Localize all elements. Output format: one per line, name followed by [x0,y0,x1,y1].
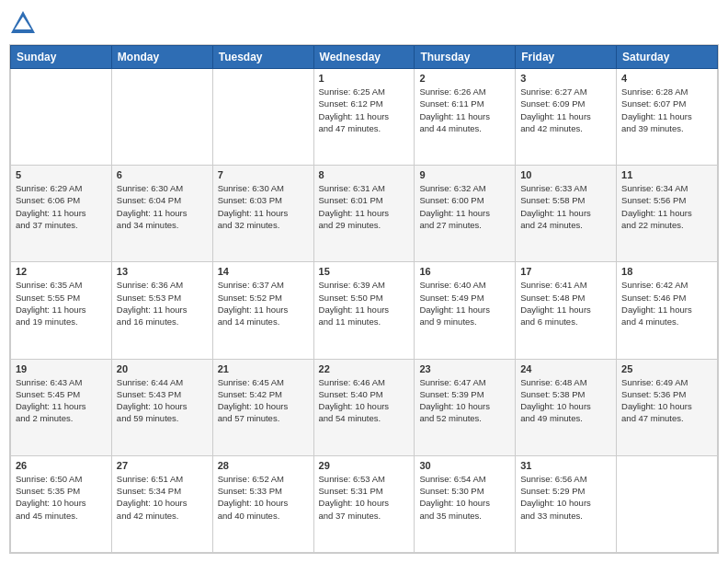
day-number: 6 [117,169,208,180]
day-info: Sunrise: 6:29 AM Sunset: 6:06 PM Dayligh… [16,182,107,231]
day-info: Sunrise: 6:39 AM Sunset: 5:50 PM Dayligh… [319,279,410,327]
day-number: 25 [621,363,712,374]
day-cell: 10Sunrise: 6:33 AM Sunset: 5:58 PM Dayli… [516,166,617,262]
day-number: 21 [218,363,309,374]
day-info: Sunrise: 6:30 AM Sunset: 6:03 PM Dayligh… [218,182,309,231]
day-cell: 17Sunrise: 6:41 AM Sunset: 5:48 PM Dayli… [516,262,617,359]
day-info: Sunrise: 6:25 AM Sunset: 6:12 PM Dayligh… [319,86,410,134]
day-info: Sunrise: 6:52 AM Sunset: 5:33 PM Dayligh… [218,473,309,522]
day-number: 28 [218,460,309,471]
calendar: SundayMondayTuesdayWednesdayThursdayFrid… [9,44,719,554]
day-cell: 3Sunrise: 6:27 AM Sunset: 6:09 PM Daylig… [516,69,617,166]
day-cell: 29Sunrise: 6:53 AM Sunset: 5:31 PM Dayli… [313,455,415,552]
day-cell: 23Sunrise: 6:47 AM Sunset: 5:39 PM Dayli… [415,359,516,455]
day-number: 14 [218,266,309,277]
day-info: Sunrise: 6:44 AM Sunset: 5:43 PM Dayligh… [117,376,208,425]
day-info: Sunrise: 6:49 AM Sunset: 5:36 PM Dayligh… [621,376,712,425]
day-info: Sunrise: 6:28 AM Sunset: 6:07 PM Dayligh… [621,86,712,134]
day-cell [212,69,313,166]
day-info: Sunrise: 6:41 AM Sunset: 5:48 PM Dayligh… [520,279,611,327]
page-container: SundayMondayTuesdayWednesdayThursdayFrid… [0,0,728,563]
day-info: Sunrise: 6:56 AM Sunset: 5:29 PM Dayligh… [520,473,611,522]
day-info: Sunrise: 6:40 AM Sunset: 5:49 PM Dayligh… [419,279,510,327]
day-cell: 19Sunrise: 6:43 AM Sunset: 5:45 PM Dayli… [11,359,112,455]
weekday-header-tuesday: Tuesday [212,46,313,69]
weekday-header-saturday: Saturday [617,46,718,69]
day-info: Sunrise: 6:50 AM Sunset: 5:35 PM Dayligh… [16,473,107,522]
weekday-header-friday: Friday [516,46,617,69]
day-info: Sunrise: 6:48 AM Sunset: 5:38 PM Dayligh… [520,376,611,425]
day-cell: 18Sunrise: 6:42 AM Sunset: 5:46 PM Dayli… [617,262,718,359]
day-cell: 20Sunrise: 6:44 AM Sunset: 5:43 PM Dayli… [111,359,212,455]
day-info: Sunrise: 6:36 AM Sunset: 5:53 PM Dayligh… [117,279,208,327]
day-cell: 11Sunrise: 6:34 AM Sunset: 5:56 PM Dayli… [617,166,718,262]
weekday-header-wednesday: Wednesday [313,46,415,69]
day-cell: 30Sunrise: 6:54 AM Sunset: 5:30 PM Dayli… [415,455,516,552]
day-info: Sunrise: 6:42 AM Sunset: 5:46 PM Dayligh… [621,279,712,327]
day-cell: 6Sunrise: 6:30 AM Sunset: 6:04 PM Daylig… [111,166,212,262]
week-row-5: 26Sunrise: 6:50 AM Sunset: 5:35 PM Dayli… [11,455,718,552]
day-cell: 7Sunrise: 6:30 AM Sunset: 6:03 PM Daylig… [212,166,313,262]
weekday-header-monday: Monday [111,46,212,69]
day-number: 4 [621,73,712,84]
week-row-4: 19Sunrise: 6:43 AM Sunset: 5:45 PM Dayli… [11,359,718,455]
day-number: 22 [319,363,410,374]
day-number: 31 [520,460,611,471]
day-info: Sunrise: 6:45 AM Sunset: 5:42 PM Dayligh… [218,376,309,425]
day-info: Sunrise: 6:27 AM Sunset: 6:09 PM Dayligh… [520,86,611,134]
day-cell: 14Sunrise: 6:37 AM Sunset: 5:52 PM Dayli… [212,262,313,359]
day-info: Sunrise: 6:33 AM Sunset: 5:58 PM Dayligh… [520,182,611,231]
day-number: 12 [16,266,107,277]
day-cell: 12Sunrise: 6:35 AM Sunset: 5:55 PM Dayli… [11,262,112,359]
day-number: 30 [419,460,510,471]
day-cell: 22Sunrise: 6:46 AM Sunset: 5:40 PM Dayli… [313,359,415,455]
day-number: 27 [117,460,208,471]
day-cell: 5Sunrise: 6:29 AM Sunset: 6:06 PM Daylig… [11,166,112,262]
day-number: 18 [621,266,712,277]
day-number: 3 [520,73,611,84]
day-number: 13 [117,266,208,277]
day-info: Sunrise: 6:26 AM Sunset: 6:11 PM Dayligh… [419,86,510,134]
day-info: Sunrise: 6:51 AM Sunset: 5:34 PM Dayligh… [117,473,208,522]
day-number: 23 [419,363,510,374]
day-cell: 31Sunrise: 6:56 AM Sunset: 5:29 PM Dayli… [516,455,617,552]
day-number: 7 [218,169,309,180]
day-number: 29 [319,460,410,471]
day-cell: 4Sunrise: 6:28 AM Sunset: 6:07 PM Daylig… [617,69,718,166]
day-cell: 8Sunrise: 6:31 AM Sunset: 6:01 PM Daylig… [313,166,415,262]
day-cell: 26Sunrise: 6:50 AM Sunset: 5:35 PM Dayli… [11,455,112,552]
logo-icon [9,9,37,37]
day-number: 26 [16,460,107,471]
page-header [9,9,719,37]
day-info: Sunrise: 6:37 AM Sunset: 5:52 PM Dayligh… [218,279,309,327]
day-number: 5 [16,169,107,180]
day-number: 24 [520,363,611,374]
day-cell: 15Sunrise: 6:39 AM Sunset: 5:50 PM Dayli… [313,262,415,359]
day-cell [111,69,212,166]
day-number: 1 [319,73,410,84]
day-info: Sunrise: 6:32 AM Sunset: 6:00 PM Dayligh… [419,182,510,231]
day-cell [11,69,112,166]
day-number: 20 [117,363,208,374]
day-cell: 1Sunrise: 6:25 AM Sunset: 6:12 PM Daylig… [313,69,415,166]
day-cell: 24Sunrise: 6:48 AM Sunset: 5:38 PM Dayli… [516,359,617,455]
day-info: Sunrise: 6:43 AM Sunset: 5:45 PM Dayligh… [16,376,107,425]
day-number: 15 [319,266,410,277]
logo [9,9,40,37]
day-number: 8 [319,169,410,180]
day-cell: 25Sunrise: 6:49 AM Sunset: 5:36 PM Dayli… [617,359,718,455]
day-info: Sunrise: 6:34 AM Sunset: 5:56 PM Dayligh… [621,182,712,231]
week-row-2: 5Sunrise: 6:29 AM Sunset: 6:06 PM Daylig… [11,166,718,262]
day-number: 11 [621,169,712,180]
day-info: Sunrise: 6:31 AM Sunset: 6:01 PM Dayligh… [319,182,410,231]
day-info: Sunrise: 6:35 AM Sunset: 5:55 PM Dayligh… [16,279,107,327]
day-info: Sunrise: 6:30 AM Sunset: 6:04 PM Dayligh… [117,182,208,231]
week-row-3: 12Sunrise: 6:35 AM Sunset: 5:55 PM Dayli… [11,262,718,359]
day-number: 16 [419,266,510,277]
week-row-1: 1Sunrise: 6:25 AM Sunset: 6:12 PM Daylig… [11,69,718,166]
day-info: Sunrise: 6:54 AM Sunset: 5:30 PM Dayligh… [419,473,510,522]
day-number: 19 [16,363,107,374]
day-cell: 28Sunrise: 6:52 AM Sunset: 5:33 PM Dayli… [212,455,313,552]
day-cell: 16Sunrise: 6:40 AM Sunset: 5:49 PM Dayli… [415,262,516,359]
day-cell [617,455,718,552]
